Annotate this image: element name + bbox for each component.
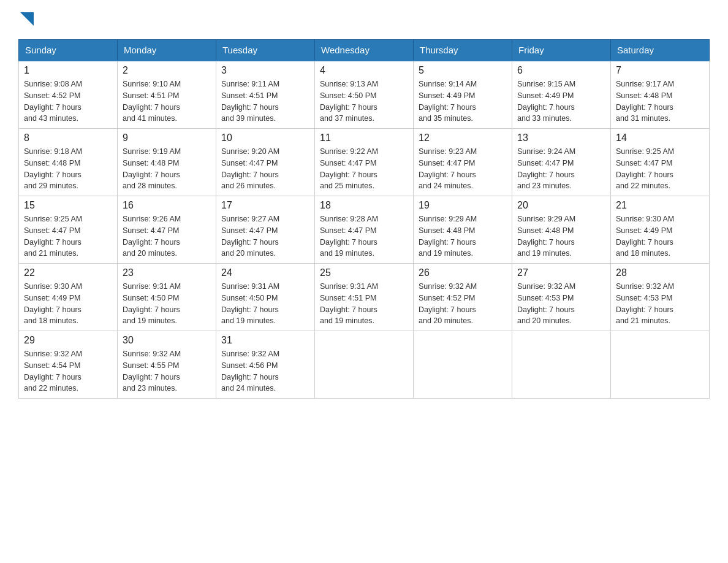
calendar-cell: 6 Sunrise: 9:15 AMSunset: 4:49 PMDayligh… <box>512 61 611 129</box>
day-info: Sunrise: 9:22 AMSunset: 4:47 PMDaylight:… <box>320 147 378 190</box>
calendar-cell: 11 Sunrise: 9:22 AMSunset: 4:47 PMDaylig… <box>315 129 414 196</box>
calendar-cell: 15 Sunrise: 9:25 AMSunset: 4:47 PMDaylig… <box>19 196 118 264</box>
calendar-cell: 13 Sunrise: 9:24 AMSunset: 4:47 PMDaylig… <box>512 129 611 196</box>
day-info: Sunrise: 9:31 AMSunset: 4:50 PMDaylight:… <box>221 282 279 325</box>
calendar-table: SundayMondayTuesdayWednesdayThursdayFrid… <box>18 39 710 399</box>
calendar-cell: 4 Sunrise: 9:13 AMSunset: 4:50 PMDayligh… <box>315 61 414 129</box>
calendar-cell <box>611 331 710 399</box>
calendar-week-row: 29 Sunrise: 9:32 AMSunset: 4:54 PMDaylig… <box>19 331 710 399</box>
calendar-cell: 14 Sunrise: 9:25 AMSunset: 4:47 PMDaylig… <box>611 129 710 196</box>
calendar-week-row: 8 Sunrise: 9:18 AMSunset: 4:48 PMDayligh… <box>19 129 710 196</box>
day-number: 1 <box>24 65 112 76</box>
calendar-cell: 23 Sunrise: 9:31 AMSunset: 4:50 PMDaylig… <box>118 264 216 331</box>
logo-arrow-icon <box>20 12 34 26</box>
day-number: 7 <box>616 65 704 76</box>
calendar-cell: 9 Sunrise: 9:19 AMSunset: 4:48 PMDayligh… <box>118 129 216 196</box>
day-info: Sunrise: 9:32 AMSunset: 4:53 PMDaylight:… <box>616 282 674 325</box>
day-number: 16 <box>123 200 211 211</box>
calendar-cell <box>315 331 414 399</box>
col-header-thursday: Thursday <box>414 40 512 61</box>
calendar-cell: 7 Sunrise: 9:17 AMSunset: 4:48 PMDayligh… <box>611 61 710 129</box>
day-info: Sunrise: 9:32 AMSunset: 4:54 PMDaylight:… <box>24 350 82 393</box>
calendar-cell: 29 Sunrise: 9:32 AMSunset: 4:54 PMDaylig… <box>19 331 118 399</box>
day-number: 15 <box>24 200 112 211</box>
day-number: 2 <box>123 65 211 76</box>
page-header <box>18 12 710 28</box>
day-number: 18 <box>320 200 408 211</box>
calendar-cell: 8 Sunrise: 9:18 AMSunset: 4:48 PMDayligh… <box>19 129 118 196</box>
day-info: Sunrise: 9:15 AMSunset: 4:49 PMDaylight:… <box>517 80 575 123</box>
day-info: Sunrise: 9:28 AMSunset: 4:47 PMDaylight:… <box>320 215 378 258</box>
day-info: Sunrise: 9:23 AMSunset: 4:47 PMDaylight:… <box>419 147 477 190</box>
day-number: 27 <box>517 267 605 278</box>
calendar-week-row: 1 Sunrise: 9:08 AMSunset: 4:52 PMDayligh… <box>19 61 710 129</box>
day-info: Sunrise: 9:25 AMSunset: 4:47 PMDaylight:… <box>24 215 82 258</box>
calendar-cell: 21 Sunrise: 9:30 AMSunset: 4:49 PMDaylig… <box>611 196 710 264</box>
day-number: 22 <box>24 267 112 278</box>
day-info: Sunrise: 9:11 AMSunset: 4:51 PMDaylight:… <box>221 80 279 123</box>
day-info: Sunrise: 9:29 AMSunset: 4:48 PMDaylight:… <box>419 215 477 258</box>
calendar-cell <box>512 331 611 399</box>
col-header-saturday: Saturday <box>611 40 710 61</box>
day-info: Sunrise: 9:13 AMSunset: 4:50 PMDaylight:… <box>320 80 378 123</box>
calendar-cell: 20 Sunrise: 9:29 AMSunset: 4:48 PMDaylig… <box>512 196 611 264</box>
col-header-monday: Monday <box>118 40 216 61</box>
day-number: 12 <box>419 132 507 144</box>
day-number: 25 <box>320 267 408 278</box>
calendar-week-row: 15 Sunrise: 9:25 AMSunset: 4:47 PMDaylig… <box>19 196 710 264</box>
day-info: Sunrise: 9:31 AMSunset: 4:50 PMDaylight:… <box>123 282 181 325</box>
day-info: Sunrise: 9:18 AMSunset: 4:48 PMDaylight:… <box>24 147 82 190</box>
calendar-cell: 3 Sunrise: 9:11 AMSunset: 4:51 PMDayligh… <box>216 61 315 129</box>
col-header-tuesday: Tuesday <box>216 40 315 61</box>
day-info: Sunrise: 9:32 AMSunset: 4:56 PMDaylight:… <box>221 350 279 393</box>
calendar-cell: 1 Sunrise: 9:08 AMSunset: 4:52 PMDayligh… <box>19 61 118 129</box>
day-number: 17 <box>221 200 309 211</box>
day-info: Sunrise: 9:10 AMSunset: 4:51 PMDaylight:… <box>123 80 181 123</box>
calendar-cell <box>414 331 512 399</box>
calendar-cell: 12 Sunrise: 9:23 AMSunset: 4:47 PMDaylig… <box>414 129 512 196</box>
day-number: 9 <box>123 132 211 144</box>
calendar-cell: 5 Sunrise: 9:14 AMSunset: 4:49 PMDayligh… <box>414 61 512 129</box>
col-header-friday: Friday <box>512 40 611 61</box>
calendar-cell: 31 Sunrise: 9:32 AMSunset: 4:56 PMDaylig… <box>216 331 315 399</box>
calendar-cell: 18 Sunrise: 9:28 AMSunset: 4:47 PMDaylig… <box>315 196 414 264</box>
calendar-cell: 28 Sunrise: 9:32 AMSunset: 4:53 PMDaylig… <box>611 264 710 331</box>
day-number: 11 <box>320 132 408 144</box>
calendar-cell: 27 Sunrise: 9:32 AMSunset: 4:53 PMDaylig… <box>512 264 611 331</box>
calendar-cell: 17 Sunrise: 9:27 AMSunset: 4:47 PMDaylig… <box>216 196 315 264</box>
day-number: 28 <box>616 267 704 278</box>
day-info: Sunrise: 9:25 AMSunset: 4:47 PMDaylight:… <box>616 147 674 190</box>
calendar-header-row: SundayMondayTuesdayWednesdayThursdayFrid… <box>19 40 710 61</box>
day-info: Sunrise: 9:19 AMSunset: 4:48 PMDaylight:… <box>123 147 181 190</box>
calendar-cell: 30 Sunrise: 9:32 AMSunset: 4:55 PMDaylig… <box>118 331 216 399</box>
calendar-week-row: 22 Sunrise: 9:30 AMSunset: 4:49 PMDaylig… <box>19 264 710 331</box>
day-info: Sunrise: 9:20 AMSunset: 4:47 PMDaylight:… <box>221 147 279 190</box>
day-info: Sunrise: 9:26 AMSunset: 4:47 PMDaylight:… <box>123 215 181 258</box>
day-info: Sunrise: 9:29 AMSunset: 4:48 PMDaylight:… <box>517 215 575 258</box>
svg-marker-0 <box>20 12 34 26</box>
day-info: Sunrise: 9:14 AMSunset: 4:49 PMDaylight:… <box>419 80 477 123</box>
day-number: 4 <box>320 65 408 76</box>
day-info: Sunrise: 9:32 AMSunset: 4:55 PMDaylight:… <box>123 350 181 393</box>
day-info: Sunrise: 9:08 AMSunset: 4:52 PMDaylight:… <box>24 80 82 123</box>
logo <box>18 12 34 28</box>
day-info: Sunrise: 9:32 AMSunset: 4:53 PMDaylight:… <box>517 282 575 325</box>
day-number: 8 <box>24 132 112 144</box>
day-number: 3 <box>221 65 309 76</box>
day-number: 20 <box>517 200 605 211</box>
day-number: 26 <box>419 267 507 278</box>
day-number: 29 <box>24 335 112 346</box>
col-header-wednesday: Wednesday <box>315 40 414 61</box>
calendar-cell: 10 Sunrise: 9:20 AMSunset: 4:47 PMDaylig… <box>216 129 315 196</box>
day-info: Sunrise: 9:32 AMSunset: 4:52 PMDaylight:… <box>419 282 477 325</box>
day-number: 23 <box>123 267 211 278</box>
calendar-cell: 22 Sunrise: 9:30 AMSunset: 4:49 PMDaylig… <box>19 264 118 331</box>
calendar-cell: 2 Sunrise: 9:10 AMSunset: 4:51 PMDayligh… <box>118 61 216 129</box>
day-number: 21 <box>616 200 704 211</box>
day-info: Sunrise: 9:30 AMSunset: 4:49 PMDaylight:… <box>616 215 674 258</box>
day-info: Sunrise: 9:27 AMSunset: 4:47 PMDaylight:… <box>221 215 279 258</box>
calendar-cell: 16 Sunrise: 9:26 AMSunset: 4:47 PMDaylig… <box>118 196 216 264</box>
calendar-cell: 26 Sunrise: 9:32 AMSunset: 4:52 PMDaylig… <box>414 264 512 331</box>
day-info: Sunrise: 9:24 AMSunset: 4:47 PMDaylight:… <box>517 147 575 190</box>
day-info: Sunrise: 9:30 AMSunset: 4:49 PMDaylight:… <box>24 282 82 325</box>
